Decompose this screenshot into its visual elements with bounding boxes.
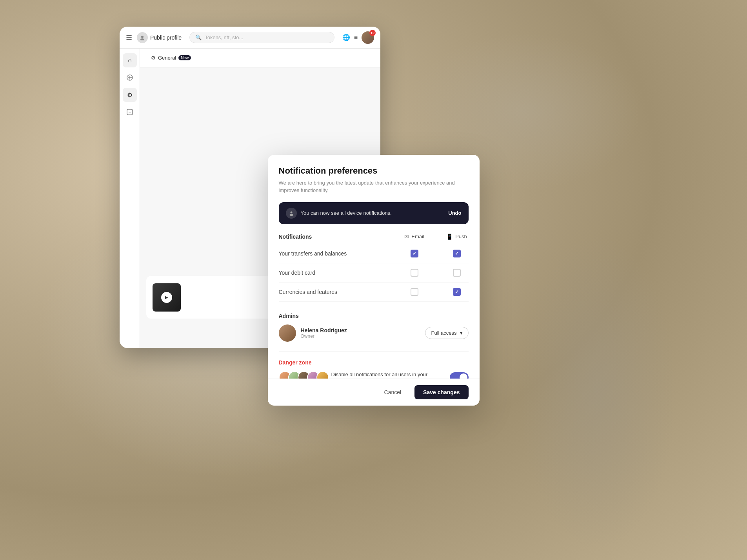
danger-avatars xyxy=(279,371,326,379)
table-row: Your transfers and balances xyxy=(279,244,469,263)
table-row: Currencies and features xyxy=(279,283,469,302)
banner-text: You can now see all device notifications… xyxy=(301,210,392,216)
transfers-email-checkbox[interactable] xyxy=(411,250,418,257)
chevron-down-icon: ▾ xyxy=(460,330,463,336)
svg-point-7 xyxy=(290,211,292,213)
transfers-push-checkbox[interactable] xyxy=(453,250,461,257)
debit-push-checkbox[interactable] xyxy=(453,269,461,277)
notifications-column-header: Notifications xyxy=(279,234,403,240)
debit-email-check-cell xyxy=(403,269,426,277)
row-checks-transfers xyxy=(403,250,469,257)
transfers-email-check-cell xyxy=(403,250,426,257)
notification-preferences-modal: Notification preferences We are here to … xyxy=(268,155,480,406)
notification-banner: You can now see all device notifications… xyxy=(279,202,469,224)
table-row: Your debit card xyxy=(279,263,469,283)
banner-user-icon xyxy=(286,208,297,219)
currencies-email-check-cell xyxy=(403,288,426,296)
currencies-email-checkbox[interactable] xyxy=(411,288,418,296)
admins-section-title: Admins xyxy=(279,313,469,319)
row-label-debit: Your debit card xyxy=(279,270,403,276)
modal-subtitle: We are here to bring you the latest upda… xyxy=(279,179,469,194)
danger-zone-section: Danger zone Disable all notifications fo… xyxy=(279,359,469,379)
toggle-thumb xyxy=(460,373,467,379)
admin-avatar xyxy=(279,324,296,342)
danger-row: Disable all notifications for all users … xyxy=(279,371,469,379)
modal-title: Notification preferences xyxy=(279,166,469,176)
transfers-push-check-cell xyxy=(445,250,469,257)
check-columns: ✉ Email 📱 Push xyxy=(403,234,469,240)
modal-overlay: Notification preferences We are here to … xyxy=(0,0,747,560)
table-header: Notifications ✉ Email 📱 Push xyxy=(279,234,469,244)
banner-left: You can now see all device notifications… xyxy=(286,208,392,219)
admin-row: Helena Rodriguez Owner Full access ▾ xyxy=(279,324,469,342)
svg-point-8 xyxy=(289,214,293,216)
debit-email-checkbox[interactable] xyxy=(411,269,418,277)
admins-section: Admins Helena Rodriguez Owner Full acces… xyxy=(279,313,469,342)
notifications-table: Notifications ✉ Email 📱 Push Yo xyxy=(279,234,469,302)
admin-role: Owner xyxy=(301,333,421,339)
currencies-push-check-cell xyxy=(445,288,469,296)
danger-avatar-5 xyxy=(316,371,329,379)
email-col-label: Email xyxy=(411,234,424,239)
admin-info: Helena Rodriguez Owner xyxy=(301,327,421,339)
row-checks-currencies xyxy=(403,288,469,296)
banner-undo-button[interactable]: Undo xyxy=(448,210,461,216)
access-dropdown[interactable]: Full access ▾ xyxy=(425,327,468,339)
danger-zone-title: Danger zone xyxy=(279,359,469,366)
modal-header: Notification preferences We are here to … xyxy=(268,155,480,202)
currencies-push-checkbox[interactable] xyxy=(453,288,461,296)
danger-description: Disable all notifications for all users … xyxy=(331,372,450,379)
disable-notifications-toggle[interactable] xyxy=(450,372,469,379)
push-column-header: 📱 Push xyxy=(445,234,469,240)
section-divider xyxy=(279,351,469,352)
access-label: Full access xyxy=(431,330,456,336)
row-label-transfers: Your transfers and balances xyxy=(279,250,403,257)
push-col-label: Push xyxy=(455,234,467,239)
save-changes-button[interactable]: Save changes xyxy=(414,385,468,399)
admin-name: Helena Rodriguez xyxy=(301,327,421,333)
email-col-icon: ✉ xyxy=(404,234,409,240)
row-label-currencies: Currencies and features xyxy=(279,289,403,295)
debit-push-check-cell xyxy=(445,269,469,277)
modal-footer: Cancel Save changes xyxy=(268,379,480,406)
modal-body: You can now see all device notifications… xyxy=(268,202,480,379)
push-col-icon: 📱 xyxy=(446,234,453,240)
cancel-button[interactable]: Cancel xyxy=(376,385,410,399)
row-checks-debit xyxy=(403,269,469,277)
email-column-header: ✉ Email xyxy=(403,234,426,240)
